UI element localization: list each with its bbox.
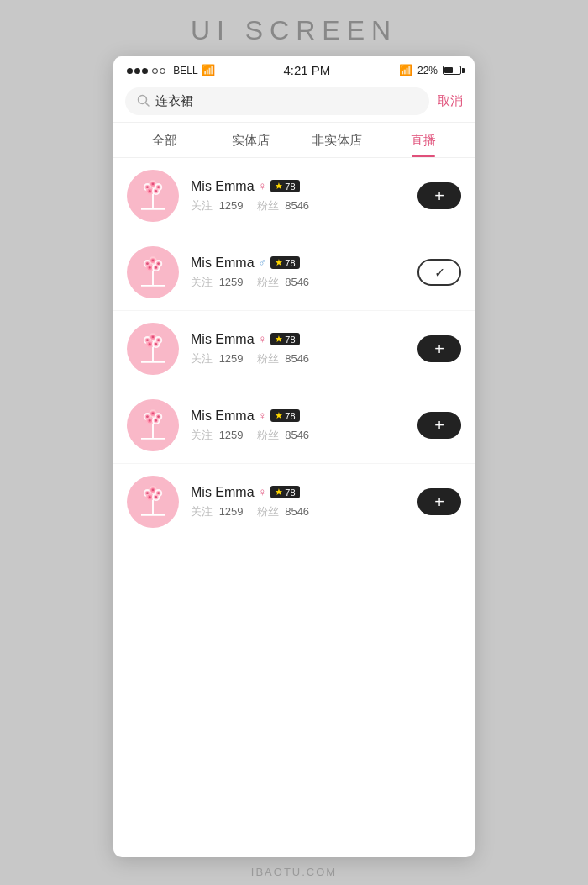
item-name: Mis Emma (191, 255, 255, 271)
list-item: Mis Emma ♀ ★78 关注 1259 粉丝 8546 + (113, 311, 475, 387)
time-display: 4:21 PM (283, 63, 330, 77)
svg-point-37 (155, 266, 157, 269)
carrier-label: BELL (173, 65, 197, 76)
wifi-icon: 📶 (202, 64, 215, 76)
fans-stat: 粉丝 8546 (257, 428, 310, 443)
svg-point-18 (149, 190, 151, 192)
svg-point-55 (155, 343, 157, 345)
svg-point-36 (149, 266, 151, 269)
svg-point-72 (149, 419, 151, 422)
svg-point-16 (152, 183, 155, 186)
star-badge: ★78 (270, 486, 299, 498)
avatar (127, 323, 179, 375)
svg-line-1 (146, 103, 150, 106)
ui-screen-title: UI SCREEN (191, 15, 397, 46)
svg-point-15 (146, 186, 149, 188)
battery-percent: 22% (417, 65, 438, 76)
item-info: Mis Emma ♀ ★78 关注 1259 粉丝 8546 (191, 179, 406, 213)
svg-point-71 (157, 415, 160, 418)
svg-point-19 (155, 190, 157, 192)
svg-point-52 (152, 336, 155, 339)
follow-stat: 关注 1259 (191, 504, 244, 519)
item-info: Mis Emma ♀ ★78 关注 1259 粉丝 8546 (191, 332, 406, 366)
tab-live[interactable]: 直播 (381, 123, 467, 157)
battery-indicator (443, 66, 461, 75)
svg-point-90 (149, 496, 151, 498)
svg-point-51 (146, 339, 149, 341)
follow-stat: 关注 1259 (191, 351, 244, 366)
search-input-wrap[interactable]: 连衣裙 (125, 87, 429, 115)
item-info: Mis Emma ♂ ★78 关注 1259 粉丝 8546 (191, 255, 406, 290)
add-button[interactable]: + (417, 412, 461, 439)
bluetooth-icon: 📶 (399, 64, 412, 76)
fans-stat: 粉丝 8546 (257, 351, 310, 366)
item-name: Mis Emma (191, 179, 255, 194)
star-badge: ★78 (270, 409, 299, 422)
svg-point-17 (157, 186, 160, 188)
follow-stat: 关注 1259 (191, 198, 244, 213)
svg-point-89 (157, 492, 160, 494)
avatar (127, 399, 179, 451)
search-icon (137, 94, 150, 109)
avatar (127, 170, 179, 222)
followed-button[interactable]: ✓ (417, 259, 461, 286)
avatar (127, 246, 179, 298)
follow-stat: 关注 1259 (191, 275, 244, 290)
phone-frame: BELL 📶 4:21 PM 📶 22% 连衣裙 取消 (113, 56, 475, 857)
svg-point-34 (152, 260, 155, 262)
add-button[interactable]: + (417, 182, 461, 209)
search-query: 连衣裙 (155, 93, 193, 109)
svg-point-69 (146, 415, 149, 418)
item-name: Mis Emma (191, 485, 255, 500)
footer-label: IBAOTU.COM (251, 866, 337, 878)
results-list: Mis Emma ♀ ★78 关注 1259 粉丝 8546 + (113, 158, 475, 857)
signal-dots (127, 65, 167, 76)
star-badge: ★78 (270, 333, 299, 345)
svg-point-91 (155, 496, 157, 498)
fans-stat: 粉丝 8546 (257, 198, 310, 213)
add-button[interactable]: + (417, 335, 461, 362)
list-item: Mis Emma ♀ ★78 关注 1259 粉丝 8546 + (113, 158, 475, 234)
list-item: Mis Emma ♀ ★78 关注 1259 粉丝 8546 + (113, 387, 475, 464)
item-info: Mis Emma ♀ ★78 关注 1259 粉丝 8546 (191, 408, 406, 443)
male-icon: ♂ (259, 256, 267, 269)
svg-point-88 (152, 489, 155, 492)
tab-all[interactable]: 全部 (122, 123, 208, 157)
svg-point-53 (157, 339, 160, 341)
star-badge: ★78 (270, 180, 299, 192)
female-icon: ♀ (259, 409, 267, 422)
female-icon: ♀ (259, 486, 267, 498)
svg-point-87 (146, 492, 149, 494)
female-icon: ♀ (259, 333, 267, 345)
svg-point-70 (152, 413, 155, 415)
female-icon: ♀ (259, 180, 267, 192)
tabs-bar: 全部 实体店 非实体店 直播 (113, 123, 475, 158)
item-name: Mis Emma (191, 332, 255, 347)
svg-point-73 (155, 419, 157, 422)
avatar (127, 476, 179, 528)
cancel-button[interactable]: 取消 (438, 93, 463, 109)
list-item: Mis Emma ♀ ★78 关注 1259 粉丝 8546 + (113, 464, 475, 540)
item-name: Mis Emma (191, 408, 255, 424)
svg-point-54 (149, 343, 151, 345)
list-item: Mis Emma ♂ ★78 关注 1259 粉丝 8546 ✓ (113, 234, 475, 311)
fans-stat: 粉丝 8546 (257, 275, 310, 290)
star-badge: ★78 (270, 256, 299, 269)
svg-point-33 (146, 262, 149, 265)
tab-physical[interactable]: 实体店 (208, 123, 295, 157)
fans-stat: 粉丝 8546 (257, 504, 310, 519)
svg-point-35 (157, 262, 160, 265)
status-bar: BELL 📶 4:21 PM 📶 22% (113, 56, 475, 81)
tab-nonphysical[interactable]: 非实体店 (294, 123, 381, 157)
item-info: Mis Emma ♀ ★78 关注 1259 粉丝 8546 (191, 485, 406, 519)
search-bar: 连衣裙 取消 (113, 81, 475, 123)
follow-stat: 关注 1259 (191, 428, 244, 443)
add-button[interactable]: + (417, 488, 461, 515)
